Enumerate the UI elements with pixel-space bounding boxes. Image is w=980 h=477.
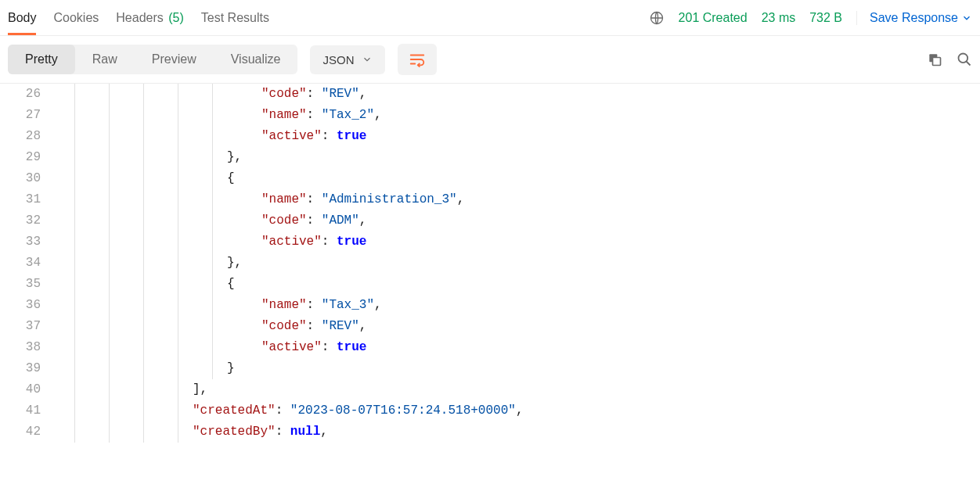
status-code[interactable]: 201 Created [679,11,748,25]
tab-headers-count: (5) [168,11,184,24]
line-number: 41 [0,400,55,421]
search-button[interactable] [957,52,972,67]
globe-icon[interactable] [649,10,665,26]
response-body-code[interactable]: 26"code": "REV",27"name": "Tax_2",28"act… [0,84,980,465]
code-content: }, [227,147,242,168]
wrap-lines-button[interactable] [398,44,437,75]
tab-headers[interactable]: Headers (5) [116,2,184,34]
line-number: 37 [0,316,55,337]
chevron-down-icon [961,13,972,23]
copy-icon [927,52,942,67]
code-content: "code": "REV", [261,84,366,105]
line-number: 28 [0,126,55,147]
tab-cookies[interactable]: Cookies [53,2,99,34]
line-number: 40 [0,379,55,400]
response-tabs: Body Cookies Headers (5) Test Results [8,2,269,34]
code-line: 42"createdBy": null, [0,421,980,443]
status-time[interactable]: 23 ms [762,11,796,25]
line-number: 35 [0,274,55,295]
line-number: 30 [0,168,55,189]
code-line: 35{ [0,274,980,295]
code-line: 28"active": true [0,126,980,147]
format-select-value: JSON [322,53,354,66]
code-content: { [227,274,235,295]
copy-button[interactable] [927,52,942,67]
line-number: 39 [0,358,55,379]
tab-body[interactable]: Body [8,2,36,34]
code-line: 36"name": "Tax_3", [0,295,980,316]
line-number: 27 [0,105,55,126]
line-number: 42 [0,421,55,443]
code-line: 39} [0,358,980,379]
line-number: 26 [0,84,55,105]
code-line: 33"active": true [0,231,980,253]
save-response-label: Save Response [870,11,958,25]
code-line: 32"code": "ADM", [0,210,980,231]
code-content: }, [227,253,242,274]
code-content: "name": "Administration_3", [261,189,464,210]
code-content: "code": "REV", [261,316,366,337]
svg-point-3 [959,54,968,63]
wrap-icon [409,52,426,67]
code-content: "active": true [261,337,366,358]
response-toolbar: Pretty Raw Preview Visualize JSON [0,36,980,84]
tab-headers-label: Headers [116,11,163,24]
save-response-button[interactable]: Save Response [856,11,972,25]
line-number: 34 [0,253,55,274]
code-line: 27"name": "Tax_2", [0,105,980,126]
code-content: "createdAt": "2023-08-07T16:57:24.518+00… [193,400,523,421]
view-tab-pretty[interactable]: Pretty [8,45,75,74]
code-content: "name": "Tax_3", [261,295,382,316]
svg-rect-2 [933,58,941,66]
line-number: 36 [0,295,55,316]
status-size[interactable]: 732 B [809,11,842,25]
chevron-down-icon [362,54,373,65]
line-number: 29 [0,147,55,168]
line-number: 31 [0,189,55,210]
format-select[interactable]: JSON [310,45,385,74]
code-content: ], [193,379,207,400]
response-tabs-bar: Body Cookies Headers (5) Test Results 20… [0,0,980,36]
code-line: 31"name": "Administration_3", [0,189,980,210]
code-line: 40], [0,379,980,400]
code-content: "active": true [261,231,366,253]
toolbar-right [927,52,972,67]
code-content: { [227,168,235,189]
code-line: 34}, [0,253,980,274]
view-tab-raw[interactable]: Raw [75,45,135,74]
code-content: "createdBy": null, [193,421,328,443]
line-number: 32 [0,210,55,231]
tab-test-results[interactable]: Test Results [201,2,269,34]
code-content: "active": true [261,126,366,147]
response-meta: 201 Created 23 ms 732 B Save Response [649,10,972,26]
code-line: 38"active": true [0,337,980,358]
code-line: 30{ [0,168,980,189]
code-line: 29}, [0,147,980,168]
code-content: "code": "ADM", [261,210,366,231]
view-tab-visualize[interactable]: Visualize [214,45,298,74]
code-content: } [227,358,235,379]
view-mode-tabs: Pretty Raw Preview Visualize [8,45,297,74]
code-content: "name": "Tax_2", [261,105,382,126]
line-number: 33 [0,231,55,253]
line-number: 38 [0,337,55,358]
search-icon [957,52,972,67]
code-line: 26"code": "REV", [0,84,980,105]
code-line: 37"code": "REV", [0,316,980,337]
code-line: 41"createdAt": "2023-08-07T16:57:24.518+… [0,400,980,421]
view-tab-preview[interactable]: Preview [135,45,214,74]
